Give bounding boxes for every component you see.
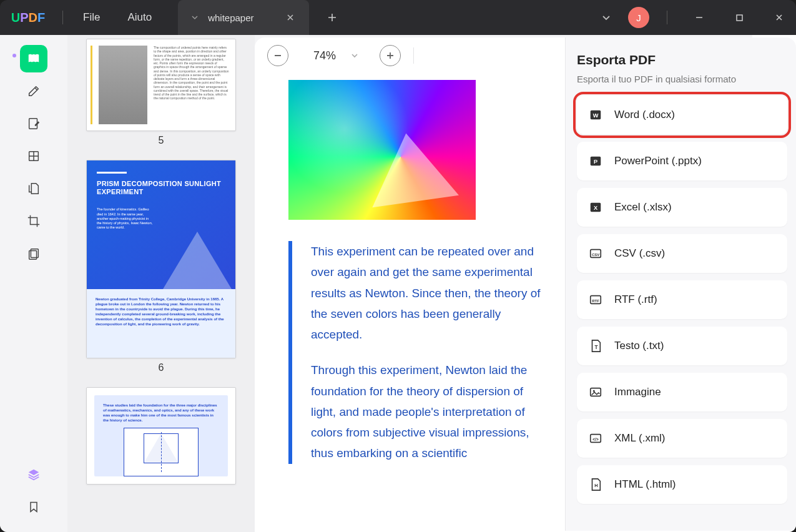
tool-edit[interactable]	[20, 110, 47, 137]
tab-close-button[interactable]	[284, 11, 297, 24]
tool-batch[interactable]	[20, 240, 47, 267]
export-title: Esporta PDF	[577, 52, 787, 67]
divider	[62, 11, 63, 24]
svg-text:RTF: RTF	[592, 299, 599, 303]
left-toolbar	[0, 35, 67, 532]
thumbnail-number: 5	[86, 131, 236, 152]
zoom-dropdown-icon[interactable]	[351, 52, 358, 59]
excel-icon: X	[588, 200, 603, 215]
tool-crop[interactable]	[20, 207, 47, 235]
thumb-title: PRISM DECOMPOSITION SUNLIGHT EXPERIMENT	[97, 180, 225, 196]
svg-text:P: P	[594, 159, 597, 165]
divider	[667, 11, 667, 24]
thumbnail-page-5[interactable]: The composition of ordered points here m…	[86, 39, 236, 152]
logo-letter: F	[37, 11, 45, 25]
document-paragraph: Through this experiment, Newton laid the…	[311, 360, 551, 463]
csv-icon: CSV	[588, 246, 603, 261]
tool-highlight[interactable]	[20, 77, 47, 105]
export-option-label: Word (.docx)	[614, 109, 675, 121]
svg-text:W: W	[593, 112, 599, 119]
text-icon: T	[588, 338, 603, 353]
rtf-icon: RTF	[588, 292, 603, 307]
title-dropdown-icon[interactable]	[596, 7, 617, 28]
html-icon: H	[588, 477, 603, 492]
document-image	[288, 80, 476, 220]
app-body: The composition of ordered points here m…	[0, 35, 796, 532]
document-paragraph: This experiment can be repeated over and…	[311, 241, 551, 345]
export-option-label: XML (.xml)	[614, 432, 666, 445]
thumbnails-panel[interactable]: The composition of ordered points here m…	[67, 35, 255, 532]
image-icon	[588, 385, 603, 400]
export-option-powerpoint[interactable]: P PowerPoint (.pptx)	[577, 142, 787, 180]
export-option-image[interactable]: Immagine	[577, 373, 787, 411]
thumb-subtitle: The founder of kinematics. Galileo died …	[97, 207, 153, 230]
user-avatar[interactable]: J	[628, 7, 649, 28]
svg-text:X: X	[594, 205, 598, 211]
tool-pages[interactable]	[20, 142, 47, 170]
export-option-xml[interactable]: </> XML (.xml)	[577, 419, 787, 458]
zoom-value[interactable]: 74%	[313, 49, 336, 62]
svg-text:</>: </>	[592, 437, 599, 441]
menu-file[interactable]: File	[69, 11, 114, 24]
word-icon: W	[588, 107, 603, 122]
window-minimize-button[interactable]	[685, 5, 714, 30]
document-quote: This experiment can be repeated over and…	[288, 241, 551, 464]
zoom-in-button[interactable]	[380, 45, 401, 66]
export-option-csv[interactable]: CSV CSV (.csv)	[577, 234, 787, 273]
thumbnail-page-7[interactable]: These studies laid the foundation for th…	[86, 387, 236, 485]
indicator-dot	[12, 54, 16, 57]
export-option-excel[interactable]: X Excel (.xlsx)	[577, 188, 787, 227]
export-option-label: PowerPoint (.pptx)	[614, 155, 702, 167]
svg-text:CSV: CSV	[592, 253, 599, 257]
export-subtitle: Esporta il tuo PDF in qualsiasi formato	[577, 74, 787, 84]
logo-letter: D	[29, 11, 37, 25]
document-tab[interactable]: whitepaper	[178, 0, 309, 35]
tool-layers[interactable]	[20, 461, 47, 488]
powerpoint-icon: P	[588, 154, 603, 169]
thumb-body: These studies laid the foundation for th…	[103, 403, 219, 423]
export-option-html[interactable]: H HTML (.html)	[577, 465, 787, 504]
export-option-label: CSV (.csv)	[614, 247, 665, 260]
export-option-label: Excel (.xlsx)	[614, 201, 672, 214]
export-option-word[interactable]: W Word (.docx)	[577, 96, 787, 134]
app-logo: U P D F	[0, 11, 56, 25]
tab-title: whitepaper	[208, 12, 284, 23]
logo-letter: P	[20, 11, 28, 25]
window-close-button[interactable]	[765, 5, 794, 30]
export-option-rtf[interactable]: RTF RTF (.rtf)	[577, 280, 787, 319]
tool-bookmark[interactable]	[20, 493, 47, 521]
tool-compress[interactable]	[20, 175, 47, 202]
thumbnail-page-6[interactable]: PRISM DECOMPOSITION SUNLIGHT EXPERIMENT …	[86, 160, 236, 380]
tab-dropdown-icon[interactable]	[190, 13, 199, 22]
titlebar: U P D F File Aiuto whitepaper J	[0, 0, 796, 35]
thumbnail-number: 6	[86, 358, 236, 380]
svg-rect-1	[29, 119, 37, 129]
svg-text:H: H	[594, 483, 597, 488]
logo-letter: U	[11, 11, 20, 25]
menu-help[interactable]: Aiuto	[114, 11, 165, 24]
avatar-initial: J	[636, 12, 641, 23]
tool-reader[interactable]	[20, 45, 47, 72]
thumb-body: Newton graduated from Trinity College, C…	[87, 289, 235, 358]
zoom-out-button[interactable]	[267, 45, 288, 66]
export-option-label: Testo (.txt)	[614, 340, 664, 352]
new-tab-button[interactable]	[322, 7, 343, 28]
window-maximize-button[interactable]	[725, 5, 754, 30]
export-option-label: RTF (.rtf)	[614, 293, 657, 306]
export-option-label: HTML (.html)	[614, 478, 676, 491]
xml-icon: </>	[588, 431, 603, 446]
export-option-label: Immagine	[614, 386, 661, 398]
svg-text:T: T	[594, 345, 597, 350]
svg-rect-0	[737, 15, 742, 21]
export-option-text[interactable]: T Testo (.txt)	[577, 327, 787, 365]
export-panel: Esporta PDF Esporta il tuo PDF in qualsi…	[565, 37, 796, 531]
